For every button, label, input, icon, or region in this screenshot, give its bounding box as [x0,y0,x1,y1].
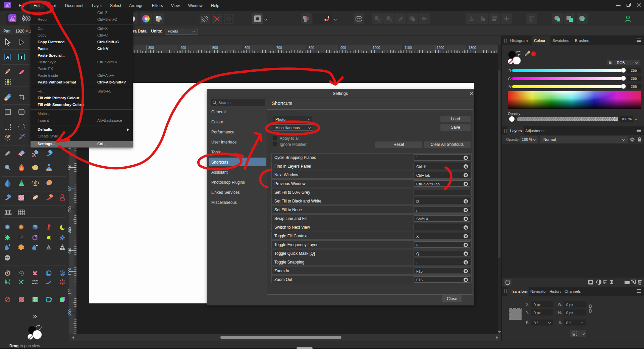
svg-text:fx: fx [603,281,606,285]
